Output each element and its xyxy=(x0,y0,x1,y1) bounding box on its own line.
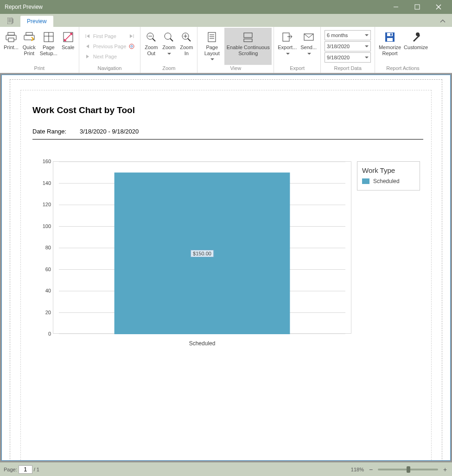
date-to-dropdown[interactable]: 9/18/2020 xyxy=(325,52,371,63)
ribbon-group-navigation: First Page Previous Page Next Page Navig… xyxy=(79,27,141,73)
y-tick: 160 xyxy=(32,159,51,164)
zoom-out-button[interactable]: Zoom Out xyxy=(142,28,160,65)
minimize-button[interactable] xyxy=(385,0,407,14)
tab-strip: Preview xyxy=(0,14,452,27)
zoom-in-button[interactable]: Zoom In xyxy=(178,28,195,65)
report-actions-group-label: Report Actions xyxy=(377,65,429,73)
zoom-slider[interactable] xyxy=(378,469,438,470)
enable-continuous-scrolling-button[interactable]: Enable Continuous Scrolling xyxy=(224,28,272,65)
nav-target-icon[interactable] xyxy=(128,44,135,49)
customize-button[interactable]: Customize xyxy=(403,28,429,65)
ribbon-group-zoom: Zoom Out Zoom Zoom In Zoom xyxy=(140,27,197,73)
scale-label: Scale xyxy=(62,44,75,51)
page-input[interactable] xyxy=(19,465,32,474)
ribbon-group-print: Print... Quick Print Page Setup... Scale… xyxy=(0,27,79,73)
ribbon-collapse-button[interactable] xyxy=(437,16,448,27)
zoom-thumb[interactable] xyxy=(407,466,410,473)
svg-marker-26 xyxy=(86,55,89,58)
period-dropdown[interactable]: 6 months xyxy=(325,30,371,40)
close-button[interactable] xyxy=(428,0,449,14)
zoom-decrease-button[interactable]: − xyxy=(368,466,374,473)
legend-title: Work Type xyxy=(362,166,415,174)
svg-rect-1 xyxy=(415,5,420,9)
report-page: Work Cost Chart by Tool Date Range: 3/18… xyxy=(10,79,442,461)
ribbon-group-export: Export... Send... Export xyxy=(274,27,321,73)
zoom-label: Zoom xyxy=(162,44,175,50)
print-label: Print... xyxy=(4,44,19,51)
legend-item: Scheduled xyxy=(362,178,415,184)
tab-preview[interactable]: Preview xyxy=(20,16,53,27)
previous-page-icon xyxy=(84,44,91,49)
svg-marker-20 xyxy=(87,34,89,38)
chart: $150.00 020406080100120140160 Scheduled xyxy=(32,161,351,347)
date-from-dropdown[interactable]: 3/18/2020 xyxy=(325,41,371,51)
export-button[interactable]: Export... xyxy=(276,28,299,65)
navigation-group-label: Navigation xyxy=(81,65,139,73)
quick-print-button[interactable]: Quick Print xyxy=(20,28,38,65)
app-menu-icon[interactable] xyxy=(5,15,18,27)
y-tick: 120 xyxy=(32,202,51,207)
send-label: Send... xyxy=(300,44,317,50)
y-tick: 60 xyxy=(32,267,51,272)
y-tick: 140 xyxy=(32,180,51,186)
svg-rect-36 xyxy=(208,32,216,42)
svg-rect-45 xyxy=(387,33,393,36)
chart-value-label: $150.00 xyxy=(191,250,214,257)
page-setup-label: Page Setup... xyxy=(40,44,57,56)
tab-preview-label: Preview xyxy=(27,18,47,25)
page-setup-button[interactable]: Page Setup... xyxy=(38,28,59,65)
page-layout-icon xyxy=(207,30,216,44)
last-page-icon[interactable] xyxy=(128,34,135,38)
memorize-report-button[interactable]: Memorize Report xyxy=(377,28,403,65)
wrench-icon xyxy=(410,30,421,44)
svg-rect-12 xyxy=(26,32,32,35)
save-icon xyxy=(384,30,395,44)
y-tick: 0 xyxy=(32,331,51,336)
printer-icon xyxy=(5,30,17,44)
scale-button[interactable]: Scale xyxy=(59,28,77,65)
window-title: Report Preview xyxy=(5,4,385,10)
title-bar: Report Preview xyxy=(0,0,452,14)
page-setup-icon xyxy=(43,30,54,44)
svg-line-31 xyxy=(170,38,173,41)
memorize-report-label: Memorize Report xyxy=(379,44,401,56)
svg-point-30 xyxy=(165,33,171,39)
date-range-value: 3/18/2020 - 9/18/2020 xyxy=(80,128,139,135)
svg-rect-41 xyxy=(244,39,252,42)
status-bar: Page: / 1 118% − + xyxy=(0,462,452,476)
caret-down-icon xyxy=(286,53,290,55)
y-tick: 20 xyxy=(32,310,51,315)
date-from-value: 3/18/2020 xyxy=(327,44,350,49)
maximize-button[interactable] xyxy=(407,0,428,14)
period-value: 6 months xyxy=(327,32,348,38)
continuous-scroll-icon xyxy=(240,30,256,44)
first-page-button[interactable]: First Page xyxy=(84,31,136,41)
page-layout-button[interactable]: Page Layout xyxy=(199,28,224,65)
caret-down-icon xyxy=(210,58,214,60)
previous-page-button[interactable]: Previous Page xyxy=(84,41,136,51)
zoom-button[interactable]: Zoom xyxy=(160,28,178,65)
report-separator xyxy=(32,139,423,140)
next-page-label: Next Page xyxy=(93,54,117,59)
zoom-icon xyxy=(163,30,174,44)
send-icon xyxy=(303,30,314,44)
svg-point-25 xyxy=(131,45,133,47)
x-tick: Scheduled xyxy=(189,340,216,347)
customize-label: Customize xyxy=(404,44,428,51)
y-tick: 100 xyxy=(32,223,51,229)
send-button[interactable]: Send... xyxy=(299,28,318,65)
export-icon xyxy=(282,30,293,44)
zoom-group-label: Zoom xyxy=(142,65,195,73)
export-group-label: Export xyxy=(276,65,318,73)
svg-point-24 xyxy=(129,44,134,49)
chart-plot-area: $150.00 xyxy=(53,161,351,334)
svg-rect-42 xyxy=(283,33,289,41)
svg-rect-11 xyxy=(8,38,14,42)
print-group-label: Print xyxy=(2,65,77,73)
zoom-controls: 118% − + xyxy=(351,466,448,473)
zoom-increase-button[interactable]: + xyxy=(442,466,448,473)
svg-rect-46 xyxy=(387,38,393,41)
next-page-button[interactable]: Next Page xyxy=(84,51,136,62)
print-button[interactable]: Print... xyxy=(2,28,20,65)
document-viewport[interactable]: Work Cost Chart by Tool Date Range: 3/18… xyxy=(0,73,452,462)
